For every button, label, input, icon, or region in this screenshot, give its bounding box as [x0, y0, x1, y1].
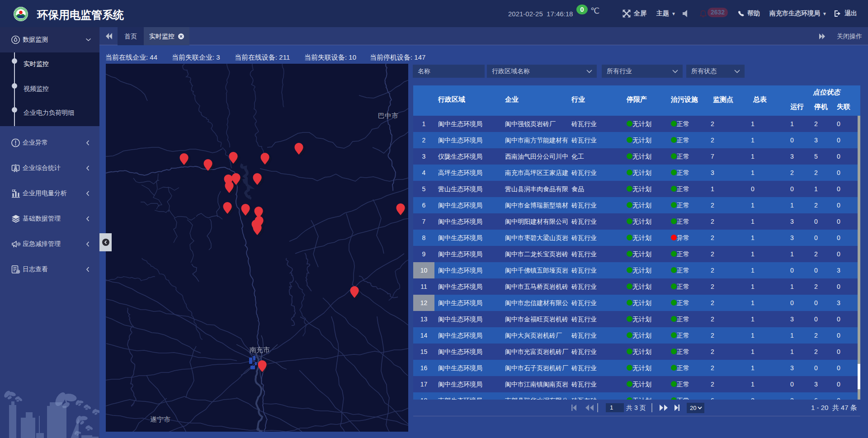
svg-text:巴中市: 巴中市	[378, 112, 398, 119]
svg-text:遂宁市: 遂宁市	[150, 415, 170, 423]
svg-text:南充市: 南充市	[250, 346, 270, 353]
